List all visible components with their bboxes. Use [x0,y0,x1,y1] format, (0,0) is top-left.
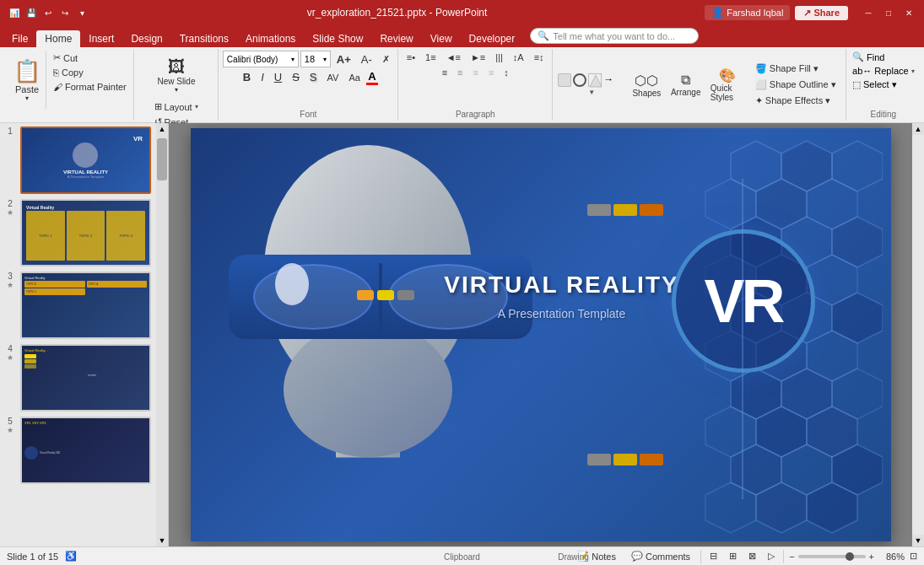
arrange-button[interactable]: ⧉ Arrange [668,61,704,110]
close-button[interactable]: ✕ [900,4,917,21]
minimize-button[interactable]: ─ [860,4,877,21]
fit-to-window-button[interactable]: ⊡ [910,551,917,562]
shape-outline-button[interactable]: ⬜ Shape Outline ▾ [751,78,840,92]
slide-thumb-4[interactable]: Virtual Reality... content [20,344,151,412]
copy-button[interactable]: ⎘ Copy [49,66,131,79]
tab-developer[interactable]: Developer [461,30,524,47]
select-button[interactable]: ⬚ Select ▾ [851,78,916,91]
bullets-button[interactable]: ≡• [403,51,419,64]
clipboard-small-buttons: ✂ Cut ⎘ Copy 🖌 Format Painter [46,51,131,119]
strikethrough-button[interactable]: S [288,69,304,85]
comments-button[interactable]: 💬 Comments [626,551,695,562]
find-button[interactable]: 🔍 Find [851,51,916,63]
tab-review[interactable]: Review [371,30,421,47]
shape-rect[interactable] [558,73,571,87]
view-reading-button[interactable]: ▷ [765,551,778,562]
redo-button[interactable]: ↪ [57,5,73,20]
quick-styles-button[interactable]: 🎨 Quick Styles [707,61,748,110]
canvas-scroll-up[interactable]: ▲ [912,123,924,135]
shapes-button[interactable]: ⬡⬡ Shapes [629,61,664,110]
zoom-out-button[interactable]: − [789,552,794,562]
title-bar-left: 📊 💾 ↩ ↪ ▾ [7,5,89,20]
paste-button[interactable]: 📋 Paste ▾ [8,51,46,110]
title-bar: 📊 💾 ↩ ↪ ▾ vr_exploration_21521.pptx - Po… [0,0,924,25]
shape-effects-button[interactable]: ✦ Shape Effects ▾ [751,94,840,108]
view-normal-button[interactable]: ⊟ [706,551,721,562]
slide-5-num: 5 [8,417,13,426]
layout-button[interactable]: ⊞ Layout ▾ [150,100,203,114]
slide-thumb-2[interactable]: Virtual Reality TOPIC 1 TOPIC 2 TOPIC 3 [20,199,151,266]
char-spacing-button[interactable]: AV [323,71,343,84]
shape-triangle[interactable] [588,73,602,87]
slide-canvas[interactable]: VIRTUAL REALITY A Presentation Template … [169,123,912,546]
svg-rect-41 [377,290,394,300]
slide-thumb-5[interactable]: VR1 VR2 VR3 Virtual Reality 360 [20,417,151,484]
numbered-button[interactable]: 1≡ [421,51,440,64]
columns-button[interactable]: ||| [491,51,507,64]
tab-file[interactable]: File [3,30,36,47]
fill-icon: 🪣 [755,63,767,74]
tab-insert[interactable]: Insert [80,30,122,47]
shape-fill-button[interactable]: 🪣 Shape Fill ▾ [751,62,840,76]
text-direction-button[interactable]: ↕A [509,51,528,64]
view-slide-sorter-button[interactable]: ⊠ [745,551,759,562]
tab-home[interactable]: Home [36,30,80,47]
tab-design[interactable]: Design [122,30,170,47]
bold-button[interactable]: B [239,69,255,85]
window-title: vr_exploration_21521.pptx - PowerPoint [89,7,705,19]
new-slide-button[interactable]: 🖼 New Slide ▾ [154,51,198,100]
svg-marker-9 [832,217,883,267]
customize-qa-button[interactable]: ▾ [74,5,89,20]
slides-scroll-handle[interactable] [157,138,167,180]
slides-scroll-down[interactable]: ▼ [156,535,168,546]
cut-button[interactable]: ✂ Cut [49,51,131,65]
slides-panel: ▲ ▼ 1 VIRTUAL REALITY A Presentation Tem… [0,123,169,546]
align-right-button[interactable]: ≡ [468,66,482,79]
tab-transitions[interactable]: Transitions [171,30,237,47]
zoom-level[interactable]: 86% [878,552,905,562]
font-color-button[interactable]: A [366,70,378,85]
slide-thumb-3[interactable]: Virtual Reality TOPIC B TOPIC 2 TOPIC A [20,272,151,339]
increase-font-button[interactable]: A+ [332,51,355,67]
zoom-in-button[interactable]: + [869,552,874,562]
replace-button[interactable]: ab↔ Replace ▾ [851,65,916,77]
slides-scroll-up[interactable]: ▲ [156,123,168,135]
format-painter-button[interactable]: 🖌 Format Painter [49,80,131,94]
user-account[interactable]: 👤 Farshad Iqbal [705,5,790,20]
shape-arrow[interactable]: → [603,73,617,87]
tab-view[interactable]: View [422,30,461,47]
font-size-selector[interactable]: 18 ▾ [300,51,331,67]
share-button[interactable]: ↗ Share [795,6,848,20]
zoom-slider[interactable] [798,555,866,558]
justify-button[interactable]: ≡ [484,66,498,79]
shadow-button[interactable]: S [305,69,322,85]
ribbon-body: 📋 Paste ▾ ✂ Cut ⎘ Copy 🖌 Format Painter … [0,47,924,123]
change-case-button[interactable]: Aa [344,71,364,84]
canvas-scroll-down[interactable]: ▼ [912,535,924,546]
tell-me-input[interactable]: 🔍 Tell me what you want to do... [530,28,699,44]
font-name-selector[interactable]: Calibri (Body) ▾ [223,51,299,67]
decrease-indent-button[interactable]: ◄≡ [442,51,465,64]
slide-main: VIRTUAL REALITY A Presentation Template … [191,128,891,541]
clear-format-button[interactable]: ✗ [378,52,394,67]
tab-animations[interactable]: Animations [237,30,304,47]
line-spacing-button[interactable]: ↕ [500,66,513,79]
indicator-yellow-2 [613,454,637,465]
tab-slideshow[interactable]: Slide Show [304,30,371,47]
slide-thumb-1[interactable]: VIRTUAL REALITY A Presentation Template … [20,126,151,194]
center-button[interactable]: ≡ [453,66,467,79]
vr-person [208,128,596,541]
undo-button[interactable]: ↩ [41,5,56,20]
save-button[interactable]: 💾 [24,5,39,20]
title-bar-right: 👤 Farshad Iqbal ↗ Share ─ □ ✕ [705,4,917,21]
maximize-button[interactable]: □ [880,4,897,21]
decrease-font-button[interactable]: A- [357,51,376,67]
align-left-button[interactable]: ≡ [438,66,451,79]
view-outline-button[interactable]: ⊞ [726,551,740,562]
underline-button[interactable]: U [270,69,286,85]
align-text-button[interactable]: ≡↕ [530,51,548,64]
shape-circle[interactable] [573,73,586,87]
italic-button[interactable]: I [257,69,268,85]
app-icon: 📊 [7,5,22,20]
increase-indent-button[interactable]: ►≡ [467,51,489,64]
